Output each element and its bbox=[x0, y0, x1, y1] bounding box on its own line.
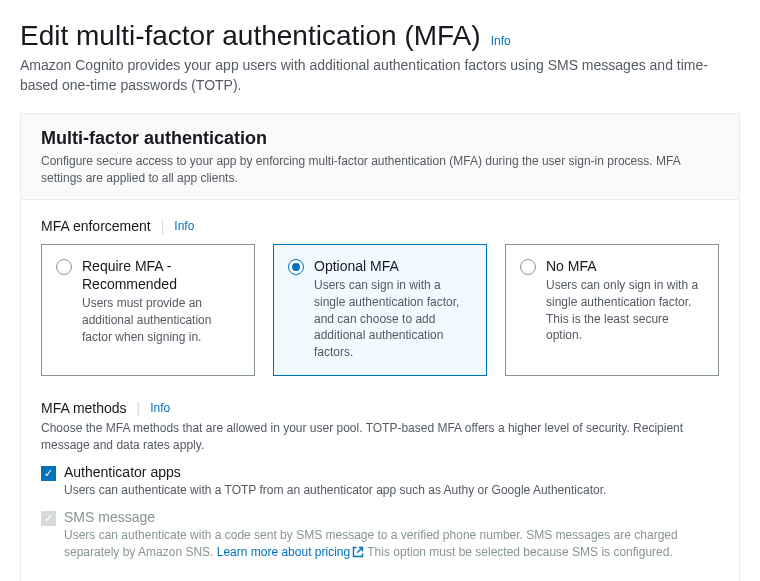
mfa-panel: Multi-factor authentication Configure se… bbox=[20, 113, 740, 581]
method-desc: Users can authenticate with a code sent … bbox=[64, 527, 719, 564]
page-title: Edit multi-factor authentication (MFA) I… bbox=[20, 20, 740, 52]
panel-header: Multi-factor authentication Configure se… bbox=[21, 114, 739, 200]
tile-title: No MFA bbox=[546, 257, 704, 275]
method-desc: Users can authenticate with a TOTP from … bbox=[64, 482, 719, 499]
enforcement-tiles: Require MFA - Recommended Users must pro… bbox=[41, 244, 719, 376]
panel-description: Configure secure access to your app by e… bbox=[41, 153, 719, 187]
tile-desc: Users can only sign in with a single aut… bbox=[546, 277, 704, 344]
methods-description: Choose the MFA methods that are allowed … bbox=[41, 420, 719, 454]
checkbox-authenticator[interactable]: ✓ bbox=[41, 466, 56, 481]
radio-icon bbox=[288, 259, 304, 275]
panel-title: Multi-factor authentication bbox=[41, 128, 719, 149]
tile-title: Require MFA - Recommended bbox=[82, 257, 240, 293]
method-sms: ✓ SMS message Users can authenticate wit… bbox=[41, 509, 719, 564]
page-title-text: Edit multi-factor authentication (MFA) bbox=[20, 20, 481, 52]
tile-optional-mfa[interactable]: Optional MFA Users can sign in with a si… bbox=[273, 244, 487, 376]
checkbox-sms: ✓ bbox=[41, 511, 56, 526]
tile-desc: Users must provide an additional authent… bbox=[82, 295, 240, 345]
methods-info-link[interactable]: Info bbox=[150, 401, 170, 415]
tile-title: Optional MFA bbox=[314, 257, 472, 275]
method-authenticator: ✓ Authenticator apps Users can authentic… bbox=[41, 464, 719, 499]
page-info-link[interactable]: Info bbox=[491, 34, 511, 48]
radio-icon bbox=[56, 259, 72, 275]
tile-no-mfa[interactable]: No MFA Users can only sign in with a sin… bbox=[505, 244, 719, 376]
radio-icon bbox=[520, 259, 536, 275]
methods-label: MFA methods bbox=[41, 400, 127, 416]
methods-label-row: MFA methods | Info bbox=[41, 400, 719, 416]
tile-require-mfa[interactable]: Require MFA - Recommended Users must pro… bbox=[41, 244, 255, 376]
enforcement-label-row: MFA enforcement | Info bbox=[41, 218, 719, 234]
method-title: SMS message bbox=[64, 509, 719, 525]
external-link-icon bbox=[352, 546, 364, 563]
page-description: Amazon Cognito provides your app users w… bbox=[20, 56, 740, 95]
method-title: Authenticator apps bbox=[64, 464, 719, 480]
enforcement-info-link[interactable]: Info bbox=[174, 219, 194, 233]
pricing-link[interactable]: Learn more about pricing bbox=[217, 545, 364, 559]
tile-desc: Users can sign in with a single authenti… bbox=[314, 277, 472, 361]
enforcement-label: MFA enforcement bbox=[41, 218, 151, 234]
